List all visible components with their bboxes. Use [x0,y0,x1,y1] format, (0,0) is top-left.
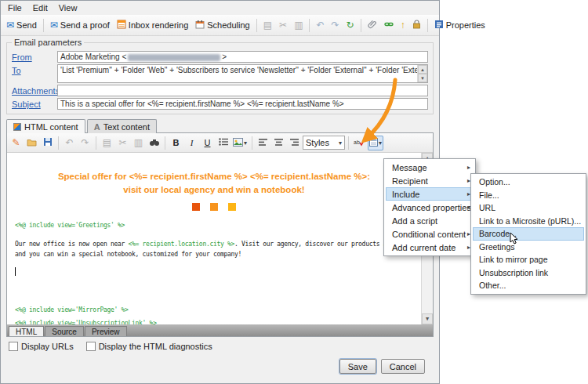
copy-button[interactable]: ▤ [260,19,275,31]
from-field[interactable]: Adobe Marketing <> [57,51,428,63]
display-html-diagnostics-option[interactable]: Display the HTML diagnostics [86,342,212,351]
save-button[interactable]: Save [339,359,376,374]
submenu-arrow-icon: ▸ [467,164,470,171]
editor-paste-button[interactable]: ▥ [131,136,146,150]
menu-item-advanced-properties[interactable]: Advanced properties▸ [386,201,474,214]
underline-button[interactable]: U [200,136,215,150]
bullet-list-button[interactable] [216,136,230,150]
view-tab-source[interactable]: Source [45,326,84,336]
attachments-button[interactable] [365,18,380,32]
export-button[interactable]: ↑ [397,19,408,31]
menu-item-recipient[interactable]: Recipient▸ [386,174,474,187]
scroll-down-icon[interactable]: ▼ [418,74,427,82]
submenu-item-greetings[interactable]: Greetings [473,241,584,254]
up-arrow-icon: ↑ [401,20,405,30]
subject-field[interactable]: This is a special offer for <%= recipien… [57,98,428,110]
to-field[interactable]: 'List 'Premium'' + 'Folder 'Web'' + 'Sub… [57,64,428,83]
menu-item-add-current-date[interactable]: Add current date▸ [386,241,474,254]
align-center-button[interactable] [271,136,286,150]
cut-button[interactable]: ✂ [276,19,290,31]
redo-button[interactable]: ↷ [328,19,343,31]
email-body-editor[interactable]: Special offer for <%= recipient.firstNam… [7,153,433,324]
submenu-item-link-to-microsite[interactable]: Link to a Microsite (pURL)... [473,215,584,228]
align-left-button[interactable] [256,136,270,150]
send-a-proof-label: Send a proof [60,20,110,30]
submenu-item-other[interactable]: Other... [473,279,584,292]
scheduling-button[interactable]: Scheduling [192,18,252,32]
view-tab-preview[interactable]: Preview [85,326,127,336]
display-urls-checkbox[interactable] [9,342,18,351]
refresh-button[interactable]: ↻ [343,19,358,31]
caret-down-icon: ▾ [244,139,247,147]
display-html-diagnostics-label: Display the HTML diagnostics [99,342,212,351]
to-label[interactable]: To [12,64,57,75]
menu-item-include[interactable]: Include▸ [386,187,474,201]
paste-button[interactable]: ▥ [291,19,306,31]
open-button[interactable] [24,136,39,150]
inbox-rendering-label: Inbox rendering [129,20,188,30]
display-urls-option[interactable]: Display URLs [9,342,74,351]
submenu-item-option[interactable]: Option... [473,176,584,189]
submenu-item-barcode[interactable]: Barcode... [473,227,584,241]
italic-button[interactable]: I [184,136,199,150]
cancel-button[interactable]: Cancel [381,359,425,374]
menu-edit[interactable]: Edit [27,2,53,14]
edit-source-button[interactable]: ✎ [9,136,24,150]
styles-select[interactable]: Styles ▾ [303,136,345,150]
email-parameters-title: Email parameters [12,38,84,47]
svg-text:ab: ab [354,139,360,145]
square-dark-orange [192,203,200,211]
spellcheck-button[interactable]: ab [352,136,367,150]
attachments-field[interactable] [57,85,428,96]
menu-item-label: Message [392,163,427,172]
link-icon [384,20,394,31]
menu-item-message[interactable]: Message▸ [386,161,474,174]
editor-cut-button[interactable]: ✂ [115,136,130,150]
tab-html-content[interactable]: HTML content [6,119,85,133]
view-tab-html[interactable]: HTML [9,326,44,336]
lock-button[interactable] [409,18,424,32]
cut-icon: ✂ [118,138,126,147]
from-value: Adobe Marketing < [60,53,126,61]
find-button[interactable] [147,136,162,150]
toolbar-separator [252,136,252,150]
menu-item-conditional-content[interactable]: Conditional content▸ [386,227,474,241]
align-right-icon [290,138,299,147]
insert-image-button[interactable]: ▾ [231,136,249,150]
editor-copy-button[interactable]: ▤ [100,136,114,150]
personalization-field-button[interactable]: ▾ [368,136,383,150]
menubar: File Edit View [1,1,439,15]
menu-file[interactable]: File [2,2,27,14]
email-body-line1: Our new office is now open near <%= reci… [15,241,420,248]
send-a-proof-button[interactable]: ✉ Send a proof [47,19,113,31]
align-left-icon [259,138,267,147]
properties-button[interactable]: Properties [431,18,488,32]
align-right-button[interactable] [287,136,302,150]
lock-icon [412,20,421,31]
send-button[interactable]: ✉ Send [3,19,40,31]
submenu-item-url[interactable]: URL [473,201,584,215]
display-html-diagnostics-checkbox[interactable] [86,342,96,351]
to-scrollbar[interactable]: ▲ ▼ [417,65,427,82]
scroll-up-icon[interactable]: ▲ [418,65,427,74]
undo-button[interactable]: ↶ [313,19,327,31]
editor-undo-button[interactable]: ↶ [62,136,77,150]
link-button[interactable] [381,18,397,32]
attachments-label[interactable]: Attachments [12,85,57,96]
submenu-item-file[interactable]: File... [473,189,584,202]
menu-view[interactable]: View [53,2,83,14]
submenu-item-unsubscription-link[interactable]: Unsubscription link [473,266,584,280]
editor-toolbar: ✎ ↶ ↷ ▤ ✂ ▥ B I U ▾ Styles [7,133,433,153]
tab-text-content[interactable]: A Text content [87,119,157,133]
tab-text-content-label: Text content [103,122,150,132]
save-content-button[interactable] [40,136,55,150]
menu-item-add-a-script[interactable]: Add a script [386,214,474,227]
bold-button[interactable]: B [169,136,183,150]
editor-redo-button[interactable]: ↷ [78,136,93,150]
inbox-rendering-button[interactable]: Inbox rendering [114,18,191,32]
subject-label[interactable]: Subject [12,98,57,109]
from-label[interactable]: From [12,51,57,62]
submenu-item-link-to-mirror-page[interactable]: Link to mirror page [473,253,584,266]
toolbar-separator [427,19,428,32]
scroll-down-icon[interactable]: ▼ [422,313,433,324]
